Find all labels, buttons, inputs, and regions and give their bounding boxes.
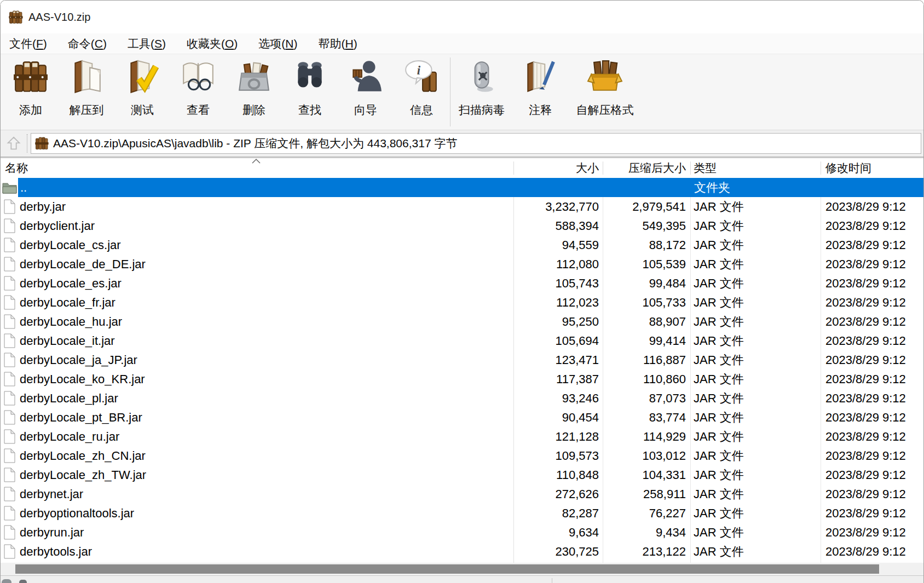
menu-file[interactable]: 文件(F) (2, 34, 55, 54)
file-packed-size: 99,484 (603, 274, 690, 293)
file-row[interactable]: derbyLocale_pt_BR.jar 90,454 83,774 JAR … (1, 408, 923, 427)
parent-dir-row[interactable]: .. 文件夹 (1, 178, 923, 197)
wizard-person-icon (348, 59, 384, 95)
scrollbar-thumb[interactable] (15, 564, 879, 574)
extract-to-button[interactable]: 解压到 (59, 56, 114, 130)
address-field[interactable]: AAS-V10.zip\ApusicAS\javadb\lib - ZIP 压缩… (31, 133, 921, 154)
file-type: JAR 文件 (690, 427, 821, 446)
file-size: 121,128 (513, 427, 603, 446)
up-directory-button[interactable] (4, 134, 24, 153)
file-row[interactable]: derbyLocale_hu.jar 95,250 88,907 JAR 文件 … (1, 312, 923, 331)
file-row[interactable]: derbyLocale_it.jar 105,694 99,414 JAR 文件… (1, 331, 923, 350)
file-packed-size: 105,733 (603, 293, 690, 312)
file-icon (4, 372, 15, 386)
delete-bin-icon (236, 59, 272, 95)
file-size: 109,573 (513, 446, 603, 465)
file-packed-size: 116,887 (603, 350, 690, 370)
file-row[interactable]: derbynet.jar 272,626 258,911 JAR 文件 2023… (1, 484, 923, 504)
file-row[interactable]: derbyrun.jar 9,634 9,434 JAR 文件 2023/8/2… (1, 523, 923, 542)
file-packed-size: 9,434 (603, 523, 690, 542)
file-row[interactable]: derbyLocale_ko_KR.jar 117,387 110,860 JA… (1, 370, 923, 389)
parent-dir-type: 文件夹 (691, 178, 821, 197)
file-icon (4, 410, 15, 425)
file-modified: 2023/8/29 9:12 (821, 235, 923, 255)
archive-path-text: AAS-V10.zip\ApusicAS\javadb\lib - ZIP 压缩… (53, 136, 457, 151)
file-row[interactable]: derbyclient.jar 588,394 549,395 JAR 文件 2… (1, 216, 923, 235)
file-name: derbyLocale_pl.jar (20, 391, 118, 406)
file-row[interactable]: derbyLocale_fr.jar 112,023 105,733 JAR 文… (1, 293, 923, 312)
add-archive-icon (13, 59, 49, 95)
file-size: 93,246 (513, 389, 603, 408)
column-header-type[interactable]: 类型 (690, 158, 821, 178)
menu-favorites[interactable]: 收藏夹(O) (179, 34, 245, 54)
file-size: 123,471 (513, 350, 603, 370)
column-header-size[interactable]: 大小 (513, 158, 603, 178)
file-packed-size: 88,172 (603, 235, 690, 255)
file-row[interactable]: derbyLocale_de_DE.jar 112,080 105,539 JA… (1, 255, 923, 274)
file-name: derbyLocale_hu.jar (20, 315, 122, 329)
file-row[interactable]: derbyLocale_zh_CN.jar 109,573 103,012 JA… (1, 446, 923, 465)
wizard-button[interactable]: 向导 (338, 56, 394, 130)
file-name: derbytools.jar (20, 545, 92, 559)
file-row[interactable]: derbyLocale_ja_JP.jar 123,471 116,887 JA… (1, 350, 923, 370)
menu-help[interactable]: 帮助(H) (311, 34, 365, 54)
file-modified: 2023/8/29 9:12 (821, 484, 923, 504)
file-icon (4, 238, 15, 252)
menu-options[interactable]: 选项(N) (251, 34, 305, 54)
file-type: JAR 文件 (690, 331, 821, 350)
header-divider[interactable] (821, 161, 821, 175)
folder-icon (2, 182, 17, 194)
delete-button[interactable]: 删除 (226, 56, 282, 130)
file-modified: 2023/8/29 9:12 (821, 274, 923, 293)
file-size: 105,743 (513, 274, 603, 293)
info-button[interactable]: i 信息 (394, 56, 449, 130)
menu-commands[interactable]: 命令(C) (60, 34, 114, 54)
file-icon (4, 467, 15, 482)
file-type: JAR 文件 (690, 465, 821, 484)
sfx-button[interactable]: 自解压格式 (568, 56, 642, 130)
menu-tools[interactable]: 工具(S) (120, 34, 174, 54)
file-size: 272,626 (513, 484, 603, 504)
status-key-icon (2, 579, 11, 583)
header-divider[interactable] (603, 161, 603, 175)
file-icon (4, 353, 15, 367)
file-type: JAR 文件 (690, 446, 821, 465)
file-name: derbyLocale_zh_TW.jar (20, 468, 146, 482)
header-divider[interactable] (513, 161, 514, 175)
file-icon (4, 391, 15, 406)
file-row[interactable]: derbyLocale_es.jar 105,743 99,484 JAR 文件… (1, 274, 923, 293)
comment-button[interactable]: 注释 (512, 56, 568, 130)
status-bar (1, 575, 923, 583)
file-name: derbyLocale_pt_BR.jar (20, 411, 142, 425)
file-modified: 2023/8/29 9:12 (821, 427, 923, 446)
horizontal-scrollbar[interactable] (1, 563, 923, 575)
file-row[interactable]: derbyLocale_ru.jar 121,128 114,929 JAR 文… (1, 427, 923, 446)
find-binoculars-icon (292, 59, 328, 95)
file-name: derbyLocale_cs.jar (20, 238, 121, 252)
file-packed-size: 87,073 (603, 389, 690, 408)
file-size: 82,287 (513, 504, 603, 523)
header-divider[interactable] (690, 161, 691, 175)
file-row[interactable]: derbyLocale_cs.jar 94,559 88,172 JAR 文件 … (1, 235, 923, 255)
add-button[interactable]: 添加 (3, 56, 59, 130)
file-icon (4, 333, 15, 348)
file-size: 588,394 (513, 216, 603, 235)
file-row[interactable]: derby.jar 3,232,770 2,979,541 JAR 文件 202… (1, 197, 923, 216)
file-size: 90,454 (513, 408, 603, 427)
svg-text:i: i (417, 64, 421, 77)
file-name: derbyclient.jar (20, 219, 95, 233)
file-row[interactable]: derbytools.jar 230,725 213,122 JAR 文件 20… (1, 542, 923, 561)
info-bubble-icon: i (403, 59, 440, 95)
find-button[interactable]: 查找 (282, 56, 338, 130)
file-row[interactable]: derbyLocale_zh_TW.jar 110,848 104,331 JA… (1, 465, 923, 484)
file-icon (4, 429, 15, 444)
file-row[interactable]: derbyLocale_pl.jar 93,246 87,073 JAR 文件 … (1, 389, 923, 408)
scan-virus-button[interactable]: 扫描病毒 (451, 56, 512, 130)
column-header-packed[interactable]: 压缩后大小 (603, 158, 690, 178)
view-button[interactable]: 查看 (170, 56, 226, 130)
file-modified: 2023/8/29 9:12 (821, 542, 923, 561)
file-name: derbyLocale_zh_CN.jar (20, 449, 146, 463)
column-header-modified[interactable]: 修改时间 (821, 158, 923, 178)
file-row[interactable]: derbyoptionaltools.jar 82,287 76,227 JAR… (1, 504, 923, 523)
test-button[interactable]: 测试 (114, 56, 170, 130)
